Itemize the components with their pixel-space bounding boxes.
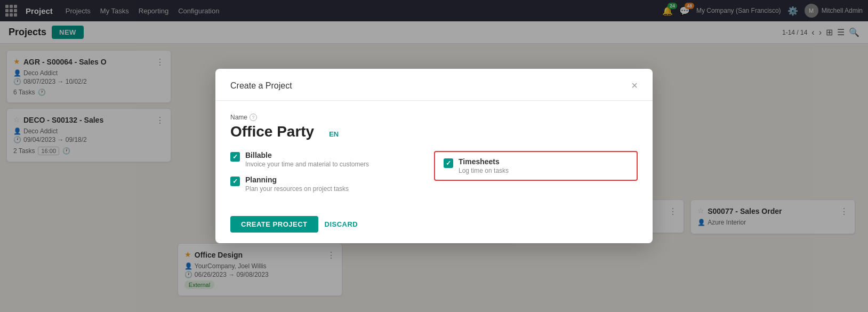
discard-button[interactable]: DISCARD <box>325 220 358 228</box>
modal-close-button[interactable]: × <box>631 79 638 92</box>
timesheets-checkbox-item: ✓ Timesheets Log time on tasks <box>444 157 628 174</box>
timesheets-text: Timesheets Log time on tasks <box>459 157 509 174</box>
planning-label: Planning <box>245 175 349 184</box>
create-project-modal: Create a Project × Name ? Office Party E… <box>215 69 653 243</box>
create-project-button[interactable]: CREATE PROJECT <box>230 216 318 233</box>
project-name-value: Office Party <box>230 123 314 140</box>
timesheets-desc: Log time on tasks <box>459 167 509 174</box>
left-checkboxes: ✓ Billable Invoice your time and materia… <box>230 151 434 193</box>
planning-desc: Plan your resources on project tasks <box>245 185 349 193</box>
modal-overlay[interactable]: Create a Project × Name ? Office Party E… <box>0 0 868 312</box>
timesheets-checkbox[interactable]: ✓ <box>444 158 453 168</box>
right-checkboxes: ✓ Timesheets Log time on tasks <box>434 151 638 181</box>
check-icon: ✓ <box>446 159 451 167</box>
checkbox-group: ✓ Billable Invoice your time and materia… <box>230 151 434 193</box>
project-name-row: Office Party EN <box>230 123 638 140</box>
billable-checkbox[interactable]: ✓ <box>230 152 240 162</box>
billable-label: Billable <box>245 151 369 159</box>
modal-title: Create a Project <box>230 81 292 91</box>
name-label: Name ? <box>230 114 638 121</box>
check-icon: ✓ <box>232 153 238 161</box>
name-help-icon[interactable]: ? <box>250 114 257 121</box>
lang-button[interactable]: EN <box>329 130 339 138</box>
billable-desc: Invoice your time and material to custom… <box>245 161 369 168</box>
modal-header: Create a Project × <box>215 69 653 101</box>
timesheets-box: ✓ Timesheets Log time on tasks <box>434 151 638 181</box>
checkboxes-row: ✓ Billable Invoice your time and materia… <box>230 151 638 193</box>
name-field: Name ? Office Party EN <box>230 114 638 140</box>
check-icon: ✓ <box>232 178 238 185</box>
planning-checkbox-item: ✓ Planning Plan your resources on projec… <box>230 175 434 193</box>
planning-checkbox[interactable]: ✓ <box>230 177 240 186</box>
timesheets-label: Timesheets <box>459 157 509 166</box>
billable-text: Billable Invoice your time and material … <box>245 151 369 168</box>
billable-checkbox-item: ✓ Billable Invoice your time and materia… <box>230 151 434 168</box>
planning-text: Planning Plan your resources on project … <box>245 175 349 193</box>
modal-footer: CREATE PROJECT DISCARD <box>215 207 653 243</box>
modal-body: Name ? Office Party EN ✓ <box>215 101 653 207</box>
